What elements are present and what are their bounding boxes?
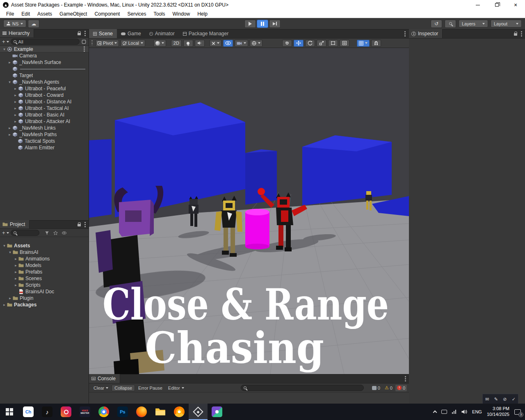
lock-icon[interactable]: [514, 33, 517, 36]
tab-project[interactable]: Project: [0, 220, 30, 228]
toolbar-drag-handle[interactable]: [91, 40, 93, 46]
hierarchy-item[interactable]: ▸Ultrabot - Attacker AI: [0, 118, 89, 125]
tray-overflow-icon-2[interactable]: ✎: [494, 397, 498, 402]
step-button[interactable]: [269, 20, 281, 28]
foldout-icon[interactable]: ▸: [13, 100, 18, 104]
tab-game[interactable]: Game: [117, 29, 145, 38]
tab-hierarchy[interactable]: Hierarchy: [0, 29, 34, 37]
lock-icon[interactable]: [78, 33, 81, 35]
undo-history-button[interactable]: ↺: [431, 20, 442, 28]
project-item[interactable]: ▾BrainsAI: [0, 249, 89, 256]
minimize-button[interactable]: [468, 0, 487, 10]
action-center-icon[interactable]: 3: [514, 409, 521, 415]
layout-dropdown[interactable]: Layout: [491, 20, 522, 27]
taskbar-app-photoshop[interactable]: Ps: [113, 404, 132, 420]
hierarchy-item[interactable]: ▸_NavMesh Paths: [0, 131, 89, 138]
taskbar-app-file-explorer[interactable]: [151, 404, 170, 420]
create-asset-button[interactable]: +: [2, 230, 9, 236]
scale-tool[interactable]: [317, 40, 326, 47]
language-indicator[interactable]: ENG: [472, 409, 482, 414]
tab-animator[interactable]: Animator: [145, 29, 179, 38]
touch-keyboard-icon[interactable]: [441, 410, 447, 414]
search-button[interactable]: [445, 20, 456, 28]
tab-inspector[interactable]: Inspector: [409, 29, 443, 38]
clock[interactable]: 3:08 PM 10/14/2025: [487, 406, 509, 418]
foldout-icon[interactable]: ▾: [7, 80, 12, 84]
create-object-button[interactable]: +: [2, 39, 9, 45]
project-item[interactable]: ▾Assets: [0, 242, 89, 249]
menu-file[interactable]: File: [2, 11, 18, 17]
hierarchy-item[interactable]: Camera: [0, 52, 89, 59]
tray-overflow-icon-3[interactable]: ⊘: [503, 397, 507, 402]
menu-window[interactable]: Window: [169, 11, 194, 17]
console-search-input[interactable]: [241, 385, 364, 391]
foldout-icon[interactable]: ▸: [2, 303, 7, 307]
layers-dropdown[interactable]: Layers: [459, 20, 488, 27]
hand-tool[interactable]: [282, 40, 292, 47]
tray-overflow-icon-1[interactable]: ✉: [485, 397, 489, 402]
foldout-icon[interactable]: ▸: [7, 126, 12, 130]
foldout-icon[interactable]: ▸: [7, 132, 12, 137]
menu-edit[interactable]: Edit: [18, 11, 34, 17]
lighting-toggle[interactable]: [183, 40, 193, 47]
project-item[interactable]: ▸Prefabs: [0, 269, 89, 275]
taskbar-app-unity[interactable]: [189, 404, 208, 420]
project-item[interactable]: ▸Scripts: [0, 282, 89, 288]
taskbar-app-game[interactable]: [208, 404, 226, 420]
tray-overflow-icon-4[interactable]: ✓: [512, 397, 516, 402]
transform-tool[interactable]: [340, 40, 349, 47]
panel-menu-icon[interactable]: [521, 33, 522, 34]
account-button[interactable]: NS: [3, 20, 26, 27]
foldout-icon[interactable]: ▸: [13, 106, 18, 110]
shading-mode-dropdown[interactable]: [153, 40, 166, 47]
foldout-icon[interactable]: ▸: [13, 257, 18, 261]
menu-tools[interactable]: Tools: [150, 11, 169, 17]
hierarchy-item[interactable]: Target: [0, 72, 89, 79]
search-by-type-icon[interactable]: [44, 231, 50, 235]
menu-help[interactable]: Help: [194, 11, 211, 17]
2d-toggle[interactable]: 2D: [171, 40, 182, 47]
camera-settings-dropdown[interactable]: [235, 40, 248, 47]
close-button[interactable]: ×: [506, 0, 525, 10]
hierarchy-item[interactable]: ▸Ultrabot - Distance AI: [0, 98, 89, 105]
hierarchy-item[interactable]: ▾_NavMesh Agents: [0, 79, 89, 85]
hierarchy-item[interactable]: ▸_NavMesh Links: [0, 125, 89, 131]
tab-scene[interactable]: Scene: [89, 29, 117, 38]
hierarchy-item[interactable]: Alarm Emitter: [0, 144, 89, 151]
foldout-icon[interactable]: ▸: [13, 87, 18, 91]
network-icon[interactable]: [452, 410, 457, 414]
foldout-icon[interactable]: ▸: [13, 263, 18, 267]
play-button[interactable]: [244, 20, 256, 28]
project-item[interactable]: ▸Plugin: [0, 295, 89, 301]
panel-menu-icon[interactable]: [84, 33, 86, 34]
collapse-button[interactable]: Collapse: [112, 385, 135, 391]
project-item[interactable]: BrainsAI Doc: [0, 288, 89, 295]
effects-dropdown[interactable]: [210, 40, 221, 47]
tab-console[interactable]: Console: [89, 374, 120, 383]
menu-component[interactable]: Component: [91, 11, 123, 17]
taskbar-app-voicemeeter[interactable]: VOICE MEETER: [75, 404, 94, 420]
gizmos-dropdown[interactable]: [250, 40, 262, 47]
hierarchy-item[interactable]: ▸Ultrabot - Tactical AI: [0, 105, 89, 112]
taskbar-app-chrome-canary[interactable]: [170, 404, 189, 420]
foldout-icon[interactable]: ▸: [13, 119, 18, 123]
move-tool[interactable]: [294, 40, 304, 47]
rect-tool[interactable]: [328, 40, 338, 47]
favorites-icon[interactable]: [53, 231, 58, 235]
foldout-icon[interactable]: ▸: [13, 93, 18, 97]
volume-icon[interactable]: [461, 409, 467, 414]
foldout-icon[interactable]: ▾: [2, 244, 7, 248]
local-dropdown[interactable]: Local: [121, 40, 145, 47]
taskbar-app-chrome[interactable]: [94, 404, 113, 420]
rotate-tool[interactable]: [305, 40, 315, 47]
hierarchy-search-input[interactable]: All: [11, 39, 80, 45]
warning-count-toggle[interactable]: ⚠ 0: [383, 385, 394, 391]
foldout-icon[interactable]: ▸: [7, 296, 13, 300]
grid-visibility-dropdown[interactable]: [357, 40, 370, 47]
audio-toggle[interactable]: [195, 40, 205, 47]
error-count-toggle[interactable]: 0: [395, 385, 407, 391]
pause-button[interactable]: [257, 20, 268, 28]
menu-gameobject[interactable]: GameObject: [56, 11, 91, 17]
tab-package-manager[interactable]: Package Manager: [179, 29, 233, 38]
foldout-icon[interactable]: ▸: [13, 270, 18, 274]
